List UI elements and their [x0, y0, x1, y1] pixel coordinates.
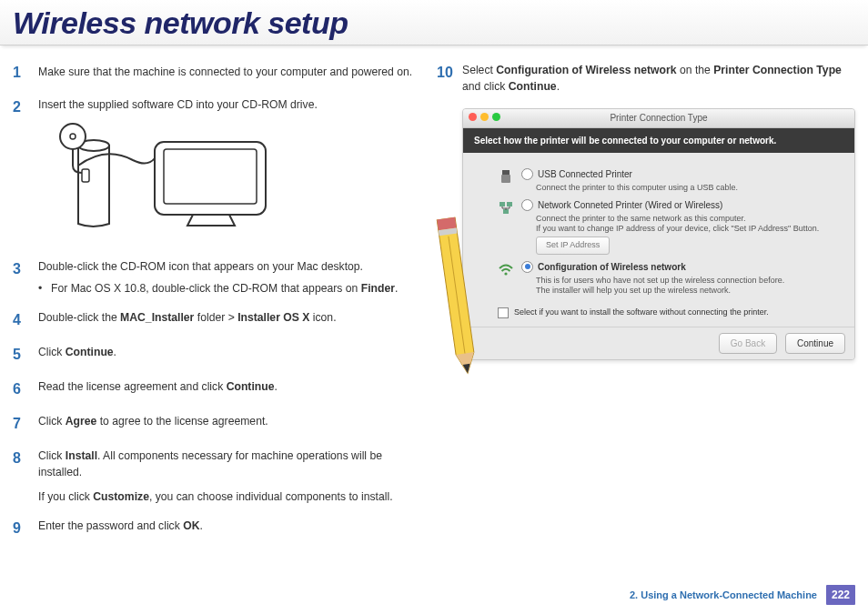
step-text: Click Install. All components necessary …: [38, 448, 415, 481]
printer-connection-dialog: Printer Connection Type Select how the p…: [462, 108, 855, 360]
usb-icon: [498, 168, 514, 185]
cd-drive-illustration: [38, 115, 275, 235]
right-column: 10 Select Configuration of Wireless netw…: [437, 62, 855, 552]
step-text: Read the license agreement and click Con…: [38, 378, 415, 400]
step-number: 7: [13, 413, 38, 435]
step-text: Double-click the CD-ROM icon that appear…: [38, 258, 415, 275]
go-back-button[interactable]: Go Back: [719, 333, 777, 354]
continue-button[interactable]: Continue: [785, 333, 845, 354]
step-number: 2: [13, 96, 38, 246]
step-9: 9 Enter the password and click OK.: [13, 518, 415, 539]
step-text: Make sure that the machine is connected …: [38, 62, 415, 84]
step-text: Click Agree to agree to the license agre…: [38, 413, 415, 435]
bullet-text: For Mac OS X 10.8, double-click the CD-R…: [51, 280, 398, 297]
step-number: 10: [437, 62, 462, 96]
step-text: Insert the supplied software CD into you…: [38, 96, 415, 113]
svg-rect-13: [501, 175, 510, 183]
zoom-icon[interactable]: [492, 113, 500, 121]
step-4: 4 Double-click the MAC_Installer folder …: [13, 309, 415, 331]
step-body: Double-click the CD-ROM icon that appear…: [38, 258, 415, 297]
option-usb[interactable]: USB Connected Printer Connect the printe…: [498, 167, 843, 193]
step-number: 9: [13, 518, 38, 539]
step-10: 10 Select Configuration of Wireless netw…: [437, 62, 855, 96]
dialog-footer: Go Back Continue: [463, 327, 854, 359]
set-ip-button[interactable]: Set IP Address: [536, 237, 610, 255]
step-number: 8: [13, 448, 38, 505]
option-label: USB Connected Printer: [538, 167, 632, 181]
checkbox-no-connect[interactable]: [498, 307, 509, 318]
wifi-icon: [498, 261, 514, 277]
step-text: Click Continue.: [38, 344, 415, 366]
svg-point-17: [504, 272, 507, 275]
close-icon[interactable]: [469, 113, 477, 121]
step-7: 7 Click Agree to agree to the license ag…: [13, 413, 415, 435]
step-5: 5 Click Continue.: [13, 344, 415, 366]
left-column: 1 Make sure that the machine is connecte…: [13, 62, 415, 552]
checkbox-label: Select if you want to install the softwa…: [514, 307, 769, 319]
step-number: 1: [13, 62, 38, 84]
step-number: 4: [13, 309, 38, 331]
option-label: Configuration of Wireless network: [538, 260, 686, 274]
step-number: 3: [13, 258, 38, 297]
step-3: 3 Double-click the CD-ROM icon that appe…: [13, 258, 415, 297]
svg-rect-7: [437, 216, 456, 230]
radio-wireless[interactable]: [521, 261, 533, 273]
step-text: Enter the password and click OK.: [38, 518, 415, 539]
option-label: Network Conneted Printer (Wired or Wirel…: [538, 198, 722, 212]
svg-rect-1: [164, 149, 257, 204]
dialog-body: USB Connected Printer Connect the printe…: [463, 153, 854, 327]
install-without-connect-row[interactable]: Select if you want to install the softwa…: [498, 307, 843, 319]
step-body: Click Install. All components necessary …: [38, 448, 415, 505]
option-desc: Connect the printer to this computer usi…: [536, 183, 843, 193]
svg-rect-12: [502, 170, 510, 175]
chapter-label: 2. Using a Network-Connected Machine: [630, 589, 817, 600]
step-1: 1 Make sure that the machine is connecte…: [13, 62, 415, 84]
dialog-heading: Select how the printer will be connected…: [463, 128, 854, 153]
dialog-title: Printer Connection Type: [610, 113, 707, 123]
dialog-titlebar: Printer Connection Type: [463, 109, 854, 128]
page-title: Wireless network setup: [13, 5, 855, 41]
step-6: 6 Read the license agreement and click C…: [13, 378, 415, 400]
radio-network[interactable]: [521, 199, 533, 211]
window-traffic-lights[interactable]: [469, 113, 500, 121]
option-wireless[interactable]: Configuration of Wireless network This i…: [498, 260, 843, 297]
minimize-icon[interactable]: [480, 113, 489, 121]
page-number: 222: [826, 585, 855, 605]
step-body: Insert the supplied software CD into you…: [38, 96, 415, 246]
step-8: 8 Click Install. All components necessar…: [13, 448, 415, 505]
network-icon: [498, 199, 514, 216]
step-number: 5: [13, 344, 38, 366]
svg-rect-14: [500, 202, 505, 206]
step-text: Double-click the MAC_Installer folder > …: [38, 309, 415, 331]
radio-usb[interactable]: [521, 168, 533, 180]
option-network[interactable]: Network Conneted Printer (Wired or Wirel…: [498, 198, 843, 255]
step-2: 2 Insert the supplied software CD into y…: [13, 96, 415, 246]
page-title-bar: Wireless network setup: [0, 0, 868, 45]
svg-rect-5: [82, 169, 89, 182]
option-desc: Connect the printer to the same network …: [536, 214, 843, 235]
step-number: 6: [13, 378, 38, 400]
page-footer: 2. Using a Network-Connected Machine 222: [630, 585, 855, 605]
step-bullet: For Mac OS X 10.8, double-click the CD-R…: [38, 280, 415, 297]
content-columns: 1 Make sure that the machine is connecte…: [0, 45, 868, 561]
step-text-extra: If you click Customize, you can choose i…: [38, 488, 415, 505]
step-text: Select Configuration of Wireless network…: [462, 62, 855, 96]
option-desc: This is for users who have not set up th…: [536, 276, 843, 297]
svg-point-4: [70, 134, 76, 139]
svg-rect-15: [507, 202, 512, 206]
